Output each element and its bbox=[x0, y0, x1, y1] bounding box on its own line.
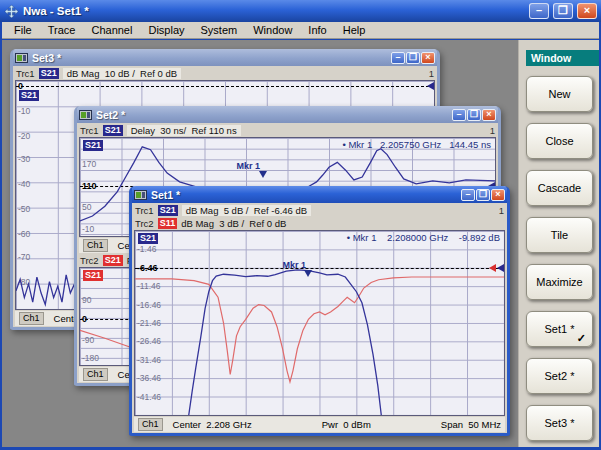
set1-chart[interactable]: -1.46-6.46-11.46-16.46-21.46-26.46-31.46… bbox=[134, 230, 505, 416]
trace-label-chip[interactable]: S21 bbox=[83, 140, 103, 151]
marker-readout: • Mkr 1 2.205750 GHz 144.45 ns bbox=[342, 139, 491, 150]
menu-trace[interactable]: Trace bbox=[40, 23, 84, 37]
diagram-number: 1 bbox=[490, 125, 495, 136]
power-level: Pwr 0 dBm bbox=[322, 419, 371, 430]
set2-title: Set2 * bbox=[96, 109, 451, 121]
sparam-chip: S21 bbox=[103, 255, 123, 266]
set3-maximize-button[interactable]: ❐ bbox=[406, 52, 420, 64]
ref-level-arrow-trc2[interactable] bbox=[489, 264, 496, 272]
sidebar-button-set1[interactable]: Set1 *✓ bbox=[526, 311, 593, 347]
set1-channel-footer: Ch1 Center 2.208 GHz Pwr 0 dBm Span 50 M… bbox=[134, 417, 505, 432]
channel-chip[interactable]: Ch1 bbox=[83, 239, 108, 252]
set1-minimize-button[interactable]: – bbox=[461, 189, 475, 201]
trace-id: Trc2 bbox=[80, 255, 99, 266]
sparam-chip: S11 bbox=[158, 218, 178, 229]
window-set1[interactable]: Set1 * – ❐ × Trc1 S21 dB Mag 5 dB / Ref … bbox=[129, 186, 510, 436]
window-icon bbox=[79, 110, 92, 120]
sparam-chip: S21 bbox=[39, 68, 59, 79]
app-close-button[interactable]: × bbox=[577, 3, 597, 19]
set2-trace-row-1[interactable]: Trc1 S21 Delay 30 ns/ Ref 110 ns 1 bbox=[77, 124, 498, 137]
marker-label: Mkr 1 bbox=[282, 260, 306, 270]
set3-close-button[interactable]: × bbox=[421, 52, 435, 64]
sidebar-button-cascade[interactable]: Cascade bbox=[526, 170, 593, 206]
channel-chip[interactable]: Ch1 bbox=[19, 312, 44, 325]
set1-trace-row-2[interactable]: Trc2 S11 dB Mag 3 dB / Ref 0 dB bbox=[132, 217, 507, 230]
sidebar-button-maximize[interactable]: Maximize bbox=[526, 264, 593, 300]
app-titlebar[interactable]: Nwa - Set1 * – ❐ × bbox=[0, 0, 601, 22]
sidebar-button-set2[interactable]: Set2 * bbox=[526, 358, 593, 394]
app-minimize-button[interactable]: – bbox=[529, 3, 549, 19]
application-window: Nwa - Set1 * – ❐ × FileTraceChannelDispl… bbox=[0, 0, 601, 450]
s21-trace bbox=[189, 270, 382, 415]
set1-close-button[interactable]: × bbox=[491, 189, 505, 201]
diagram-number: 1 bbox=[429, 68, 434, 79]
set2-titlebar[interactable]: Set2 * – ❐ × bbox=[77, 106, 498, 123]
set2-maximize-button[interactable]: ❐ bbox=[467, 109, 481, 121]
trace-plot bbox=[135, 231, 504, 415]
app-restore-button[interactable]: ❐ bbox=[553, 3, 573, 19]
sidebar-button-tile[interactable]: Tile bbox=[526, 217, 593, 253]
sidebar-buttons: NewCloseCascadeTileMaximizeSet1 *✓Set2 *… bbox=[519, 66, 599, 441]
trace-id: Trc2 bbox=[135, 218, 154, 229]
set2-close-button[interactable]: × bbox=[482, 109, 496, 121]
marker-label: Mkr 1 bbox=[237, 161, 261, 171]
window-icon bbox=[134, 190, 147, 200]
menu-system[interactable]: System bbox=[193, 23, 246, 37]
menu-bar: FileTraceChannelDisplaySystemWindowInfoH… bbox=[2, 22, 599, 39]
marker-1[interactable]: Mkr 1 bbox=[259, 171, 267, 178]
app-title: Nwa - Set1 * bbox=[23, 5, 525, 17]
trace-format: Delay 30 ns/ Ref 110 ns bbox=[127, 125, 241, 136]
sparam-chip: S21 bbox=[103, 125, 123, 136]
check-icon: ✓ bbox=[577, 332, 586, 345]
trace-id: Trc1 bbox=[16, 68, 35, 79]
workspace: Set3 * – ❐ × Trc1 S21 dB Mag 10 dB / Ref… bbox=[2, 40, 518, 447]
s11-trace bbox=[135, 277, 504, 382]
menu-file[interactable]: File bbox=[6, 23, 40, 37]
sidebar-header: Window bbox=[526, 50, 599, 66]
trace-id: Trc1 bbox=[80, 125, 99, 136]
center-frequency: Center 2.208 GHz bbox=[173, 419, 252, 430]
trace-format: dB Mag 3 dB / Ref 0 dB bbox=[181, 218, 286, 229]
ref-level-arrow-trc1[interactable] bbox=[497, 264, 504, 272]
trace-format: dB Mag 10 dB / Ref 0 dB bbox=[63, 68, 181, 79]
set1-trace-row-1[interactable]: Trc1 S21 dB Mag 5 dB / Ref -6.46 dB 1 bbox=[132, 204, 507, 217]
set3-minimize-button[interactable]: – bbox=[391, 52, 405, 64]
set1-titlebar[interactable]: Set1 * – ❐ × bbox=[132, 186, 507, 203]
set1-maximize-button[interactable]: ❐ bbox=[476, 189, 490, 201]
sparam-chip: S21 bbox=[158, 205, 178, 216]
trace-format: dB Mag 5 dB / Ref -6.46 dB bbox=[182, 205, 311, 216]
marker-1[interactable]: Mkr 1 bbox=[304, 270, 312, 277]
sidebar-button-set3[interactable]: Set3 * bbox=[526, 405, 593, 441]
menu-window[interactable]: Window bbox=[245, 23, 300, 37]
channel-chip[interactable]: Ch1 bbox=[138, 418, 163, 431]
menu-info[interactable]: Info bbox=[300, 23, 334, 37]
trace-label-chip[interactable]: S21 bbox=[83, 270, 103, 281]
set3-trace-row[interactable]: Trc1 S21 dB Mag 10 dB / Ref 0 dB 1 bbox=[13, 67, 437, 80]
diagram-number: 1 bbox=[499, 205, 504, 216]
trace-label-chip[interactable]: S21 bbox=[138, 233, 158, 244]
set2-minimize-button[interactable]: – bbox=[452, 109, 466, 121]
set3-title: Set3 * bbox=[32, 52, 390, 64]
menu-display[interactable]: Display bbox=[140, 23, 192, 37]
sidebar-button-close[interactable]: Close bbox=[526, 123, 593, 159]
sidebar-button-new[interactable]: New bbox=[526, 76, 593, 112]
set3-titlebar[interactable]: Set3 * – ❐ × bbox=[13, 49, 437, 66]
app-icon bbox=[4, 4, 19, 19]
menu-channel[interactable]: Channel bbox=[83, 23, 140, 37]
trace-id: Trc1 bbox=[135, 205, 154, 216]
window-sidebar: Window NewCloseCascadeTileMaximizeSet1 *… bbox=[518, 40, 599, 447]
ref-level-arrow[interactable] bbox=[427, 82, 434, 90]
channel-chip[interactable]: Ch1 bbox=[83, 368, 108, 381]
window-icon bbox=[15, 53, 28, 63]
span-frequency: Span 50 MHz bbox=[441, 419, 501, 430]
trace-label-chip[interactable]: S21 bbox=[19, 90, 39, 101]
set1-title: Set1 * bbox=[151, 189, 460, 201]
menu-help[interactable]: Help bbox=[335, 23, 374, 37]
marker-readout: • Mkr 1 2.208000 GHz -9.892 dB bbox=[347, 232, 500, 243]
